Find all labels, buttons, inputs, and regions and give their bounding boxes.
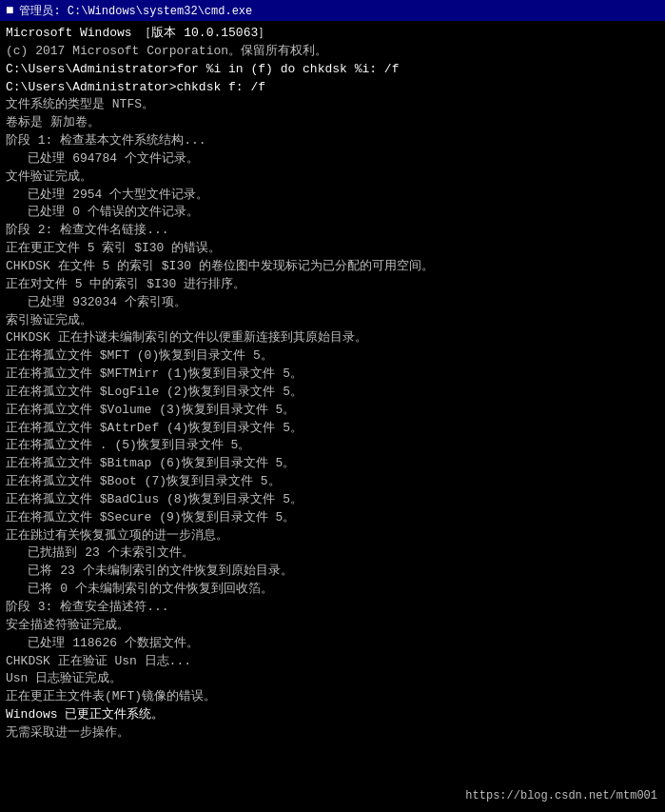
terminal-line: CHKDSK 在文件 5 的索引 $I30 的卷位图中发现标记为已分配的可用空间… [6, 258, 659, 276]
terminal-line: 正在将孤立文件 $LogFile (2)恢复到目录文件 5。 [6, 384, 659, 402]
terminal-line: Microsoft Windows ［版本 10.0.15063］ [6, 25, 659, 43]
terminal-line: 正在将孤立文件 $Boot (7)恢复到目录文件 5。 [6, 473, 659, 491]
terminal-line: CHKDSK 正在扑谜未编制索引的文件以便重新连接到其原始目录。 [6, 329, 659, 347]
terminal-line: 已将 23 个未编制索引的文件恢复到原始目录。 [6, 563, 659, 581]
terminal-line: C:\Users\Administrator>for %i in (f) do … [6, 61, 659, 79]
watermark: https://blog.csdn.net/mtm001 [465, 788, 657, 804]
terminal-line: (c) 2017 Microsoft Corporation。保留所有权利。 [6, 43, 659, 61]
terminal-line: 卷标是 新加卷。 [6, 114, 659, 132]
title-bar: ■ 管理员: C:\Windows\system32\cmd.exe [0, 0, 665, 21]
terminal-line: 索引验证完成。 [6, 312, 659, 330]
terminal-line: 阶段 1: 检查基本文件系统结构... [6, 132, 659, 150]
terminal-line: 正在更正主文件表(MFT)镜像的错误。 [6, 688, 659, 706]
terminal-line: 正在将孤立文件 $Secure (9)恢复到目录文件 5。 [6, 509, 659, 527]
terminal-line: 正在将孤立文件 $Volume (3)恢复到目录文件 5。 [6, 402, 659, 420]
terminal-line: 文件系统的类型是 NTFS。 [6, 96, 659, 114]
terminal-line: 正在将孤立文件 $MFT (0)恢复到目录文件 5。 [6, 347, 659, 366]
terminal-line: 正在将孤立文件 $BadClus (8)恢复到目录文件 5。 [6, 491, 659, 509]
terminal-body: Microsoft Windows ［版本 10.0.15063］(c) 201… [0, 21, 665, 812]
terminal-line: Windows 已更正文件系统。 [6, 706, 659, 724]
terminal-line: Usn 日志验证完成。 [6, 670, 659, 688]
terminal-line: 已处理 0 个错误的文件记录。 [6, 204, 659, 222]
terminal-line: 已处理 932034 个索引项。 [6, 294, 659, 312]
terminal-line: 正在跳过有关恢复孤立项的进一步消息。 [6, 527, 659, 545]
terminal-line: 已处理 694784 个文件记录。 [6, 150, 659, 168]
terminal-line: 阶段 2: 检查文件名链接... [6, 222, 659, 240]
terminal-line: 已将 0 个未编制索引的文件恢复到回收箔。 [6, 581, 659, 599]
title-bar-label: 管理员: C:\Windows\system32\cmd.exe [19, 3, 252, 19]
terminal-line: 安全描述符验证完成。 [6, 617, 659, 635]
terminal-line: 文件验证完成。 [6, 168, 659, 187]
title-bar-icon: ■ [6, 3, 13, 18]
terminal-line: 正在将孤立文件 $MFTMirr (1)恢复到目录文件 5。 [6, 366, 659, 384]
terminal-line: 已处理 118626 个数据文件。 [6, 635, 659, 653]
terminal-line: 已扰描到 23 个未索引文件。 [6, 545, 659, 563]
terminal-line: 正在将孤立文件 $Bitmap (6)恢复到目录文件 5。 [6, 455, 659, 473]
terminal-line: 正在对文件 5 中的索引 $I30 进行排序。 [6, 276, 659, 294]
terminal-line: 已处理 2954 个大型文件记录。 [6, 187, 659, 205]
terminal-line: 正在将孤立文件 $AttrDef (4)恢复到目录文件 5。 [6, 420, 659, 438]
terminal-line: C:\Users\Administrator>chkdsk f: /f [6, 79, 659, 97]
terminal-line: 正在更正文件 5 索引 $I30 的错误。 [6, 240, 659, 258]
terminal-line: 无需采取进一步操作。 [6, 724, 659, 743]
terminal-line: CHKDSK 正在验证 Usn 日志... [6, 653, 659, 671]
terminal-line: 正在将孤立文件 . (5)恢复到目录文件 5。 [6, 437, 659, 455]
terminal-line: 阶段 3: 检查安全描述符... [6, 599, 659, 617]
